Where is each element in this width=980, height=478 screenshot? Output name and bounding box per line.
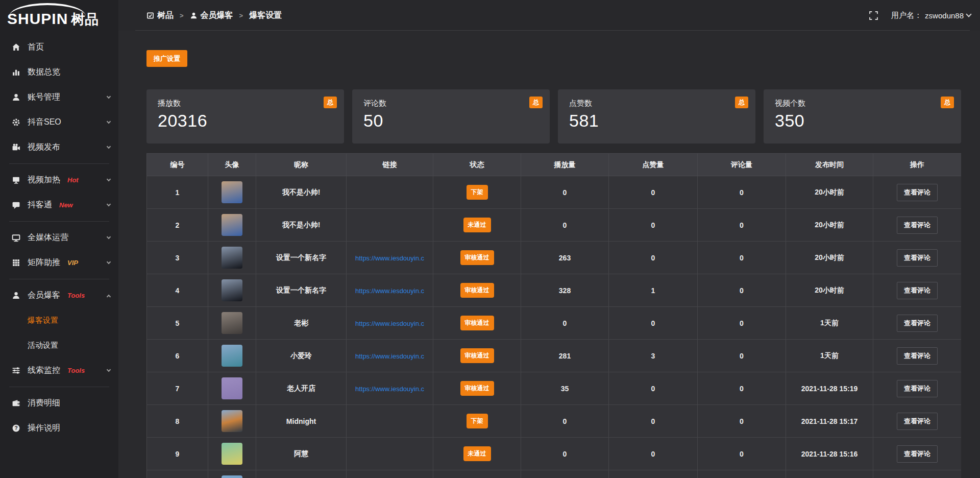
table-row: 2我不是小帅!未通过00020小时前查看评论 — [147, 209, 962, 242]
breadcrumb-separator: > — [179, 12, 185, 19]
breadcrumb-separator: > — [238, 12, 244, 19]
avatar — [222, 247, 242, 269]
sidebar-item-label: 全媒体运营 — [28, 232, 68, 243]
sidebar-item-douyin-seo[interactable]: 抖音SEO — [0, 110, 118, 135]
member-icon — [11, 291, 20, 300]
view-comments-button[interactable]: 查看评论 — [897, 217, 938, 234]
like-count: 0 — [651, 450, 655, 458]
chevron-down-icon — [966, 11, 971, 17]
menu-divider — [9, 221, 109, 222]
sidebar-item-consumption-details[interactable]: 消费明细 — [0, 391, 118, 416]
sidebar-item-video-heating[interactable]: 视频加热Hot — [0, 168, 118, 193]
row-id: 8 — [176, 417, 180, 425]
menu-divider — [9, 163, 109, 164]
table-container: 编号头像昵称链接状态播放量点赞量评论量发布时间操作 1我不是小帅!下架00020… — [146, 153, 961, 478]
status-badge: 审核通过 — [460, 316, 494, 330]
row-id: 2 — [176, 221, 180, 229]
username-label: 用户名： — [891, 11, 922, 20]
profile-link[interactable]: https://www.iesdouyin.c — [355, 287, 424, 295]
comment-count: 0 — [740, 254, 744, 262]
sidebar-item-home[interactable]: 首页 — [0, 35, 118, 60]
sidebar-item-matrix-boost[interactable]: 矩阵助推VIP — [0, 250, 118, 275]
profile-link[interactable]: https://www.iesdouyin.c — [355, 320, 424, 327]
avatar — [222, 443, 242, 465]
view-comments-button[interactable]: 查看评论 — [897, 249, 938, 267]
table-row: 7老人开店https://www.iesdouyin.c审核通过35002021… — [147, 372, 962, 405]
sidebar-item-member-baoke[interactable]: 会员爆客Tools — [0, 283, 118, 308]
main-content: 推广设置 播放数20316总评论数50总点赞数581总视频个数350总 编号头像… — [118, 31, 980, 478]
sidebar-menu: 首页数据总览账号管理抖音SEO视频发布视频加热Hot抖客通New全媒体运营矩阵助… — [0, 31, 118, 441]
sidebar-item-label: 线索监控 — [28, 365, 60, 376]
wallet-icon — [11, 399, 20, 408]
sidebar-item-all-media-operation[interactable]: 全媒体运营 — [0, 225, 118, 250]
sidebar-subitem-activity-settings[interactable]: 活动设置 — [0, 333, 118, 358]
stat-label: 播放数 — [158, 99, 334, 108]
column-header: 链接 — [347, 154, 433, 176]
user-menu[interactable]: 用户名：zswodun88 — [891, 11, 971, 20]
top-header: 树品>会员爆客>爆客设置 用户名：zswodun88 — [118, 0, 980, 31]
sidebar-item-douketong[interactable]: 抖客通New — [0, 193, 118, 218]
column-header: 操作 — [873, 154, 962, 176]
profile-link[interactable]: https://www.iesdouyin.c — [355, 254, 424, 262]
table-row — [147, 470, 962, 478]
stat-label: 视频个数 — [775, 99, 951, 108]
stat-label: 评论数 — [363, 99, 540, 108]
stat-card-3: 视频个数350总 — [764, 89, 961, 144]
profile-link[interactable]: https://www.iesdouyin.c — [355, 352, 424, 360]
view-comments-button[interactable]: 查看评论 — [897, 413, 938, 430]
table-row: 6小爱玲https://www.iesdouyin.c审核通过281301天前查… — [147, 340, 962, 372]
row-id: 4 — [176, 286, 180, 295]
play-count: 0 — [563, 188, 567, 197]
table-row: 3设置一个新名字https://www.iesdouyin.c审核通过26300… — [147, 242, 962, 274]
sidebar-item-label: 会员爆客 — [28, 290, 60, 301]
sidebar-item-operation-guide[interactable]: ?操作说明 — [0, 416, 118, 441]
sidebar-item-account-management[interactable]: 账号管理 — [0, 85, 118, 110]
status-badge: 未通过 — [463, 218, 491, 232]
chevron-down-icon — [107, 94, 111, 98]
home-icon — [11, 43, 20, 52]
row-id: 1 — [176, 188, 180, 197]
view-comments-button[interactable]: 查看评论 — [897, 184, 938, 201]
view-comments-button[interactable]: 查看评论 — [897, 347, 938, 365]
sidebar-subitem-baoke-settings[interactable]: 爆客设置 — [0, 308, 118, 333]
fullscreen-icon[interactable] — [869, 11, 878, 20]
like-count: 3 — [651, 352, 655, 360]
status-badge: 审核通过 — [460, 283, 494, 298]
column-header: 昵称 — [256, 154, 347, 176]
table-row: 8Midnight下架0002021-11-28 15:17查看评论 — [147, 405, 962, 438]
logo-arc — [9, 3, 86, 16]
sidebar-item-label: 视频加热 — [28, 175, 60, 185]
sidebar-item-data-overview[interactable]: 数据总览 — [0, 60, 118, 85]
breadcrumb-item-member-baoke[interactable]: 会员爆客 — [190, 10, 233, 21]
view-comments-button[interactable]: 查看评论 — [897, 380, 938, 397]
comment-count: 0 — [740, 319, 744, 327]
total-badge: 总 — [529, 97, 543, 108]
view-comments-button[interactable]: 查看评论 — [897, 282, 938, 299]
user-icon — [11, 93, 20, 102]
publish-time: 2021-11-28 15:16 — [801, 450, 858, 458]
bar-chart-icon — [11, 68, 20, 77]
play-count: 0 — [563, 450, 567, 458]
like-count: 0 — [651, 188, 655, 197]
sidebar-item-label: 消费明细 — [28, 398, 60, 409]
chevron-down-icon — [107, 234, 111, 238]
play-count: 281 — [559, 352, 571, 360]
sidebar-item-clue-monitor[interactable]: 线索监控Tools — [0, 358, 118, 383]
avatar — [222, 475, 242, 478]
breadcrumb-item-shupin[interactable]: 树品 — [146, 10, 174, 21]
comment-count: 0 — [740, 221, 744, 229]
comment-count: 0 — [740, 417, 744, 425]
nickname: Midnight — [286, 417, 316, 425]
view-comments-button[interactable]: 查看评论 — [897, 315, 938, 332]
column-header: 头像 — [208, 154, 256, 176]
avatar — [222, 181, 242, 203]
promo-settings-button[interactable]: 推广设置 — [146, 50, 187, 67]
view-comments-button[interactable]: 查看评论 — [897, 445, 938, 463]
avatar — [222, 312, 242, 334]
total-badge: 总 — [941, 97, 954, 108]
publish-time: 2021-11-28 15:19 — [801, 385, 858, 393]
like-count: 1 — [651, 286, 655, 295]
profile-link[interactable]: https://www.iesdouyin.c — [355, 385, 424, 393]
publish-time: 1天前 — [820, 319, 839, 327]
sidebar-item-video-publish[interactable]: 视频发布 — [0, 135, 118, 160]
